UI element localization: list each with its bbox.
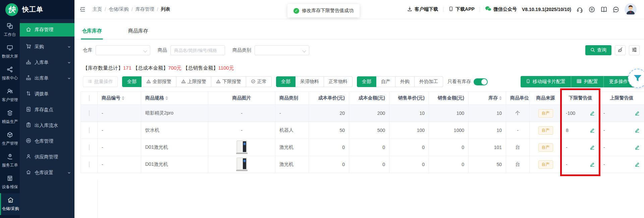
sidebar-item-warehouse-settings[interactable]: 仓库设置 xyxy=(20,165,74,180)
table-row: - D01激光机 激光机 0 0 0 0 101 台 自产 - - xyxy=(81,139,644,156)
row-checkbox[interactable] xyxy=(89,144,90,150)
material-filter-group: 全部 呆滞物料 正常物料 xyxy=(276,76,353,87)
headset-support-icon[interactable] xyxy=(576,6,583,13)
select-all-checkbox[interactable] xyxy=(89,95,90,101)
hand-coin-icon xyxy=(7,153,13,161)
lower-limit-value: 8 xyxy=(566,128,569,133)
filter-settings-button[interactable] xyxy=(629,45,640,55)
source-filter-self[interactable]: 自产 xyxy=(376,76,395,87)
edit-lower-limit-icon[interactable] xyxy=(590,128,595,133)
breadcrumb-home[interactable]: 主页 xyxy=(93,6,102,12)
edit-upper-limit-icon[interactable] xyxy=(635,111,640,116)
batch-operation-button[interactable]: 批量操作 xyxy=(83,76,118,87)
tab-warehouse-stock[interactable]: 仓库库存 xyxy=(81,28,103,39)
lower-limit-value: - xyxy=(566,162,568,167)
category-select[interactable] xyxy=(255,45,309,55)
document-icon xyxy=(26,122,31,129)
sidebar-item-transfer[interactable]: 调拨单 xyxy=(20,86,74,102)
manual-book-icon[interactable] xyxy=(600,6,607,13)
stock-table-wrap: 商品编号 商品规格 商品图片 商品类别 成本单价(元) 成本金额(元) 销售单价… xyxy=(80,91,644,173)
message-icon[interactable] xyxy=(612,6,620,13)
rail-item-lean-production[interactable]: 精益生产 xyxy=(0,106,20,128)
row-checkbox[interactable] xyxy=(89,161,90,167)
upper-limit-value: - xyxy=(603,111,605,116)
alarm-filter-all[interactable]: 全部 xyxy=(122,76,142,87)
source-filter-all[interactable]: 全部 xyxy=(357,76,376,87)
sidebar-item-inbound[interactable]: 入库单 xyxy=(20,55,74,70)
alarm-filter-lower[interactable]: 下限报警 xyxy=(211,76,246,87)
edit-upper-limit-icon[interactable] xyxy=(635,128,640,133)
tab-product-stock[interactable]: 商品库存 xyxy=(127,28,149,39)
mobile-card-config-button[interactable]: 移动端卡片配置 xyxy=(521,76,571,87)
rail-item-workbench[interactable]: 工作台 xyxy=(0,19,20,41)
material-filter-stagnant[interactable]: 呆滞物料 xyxy=(296,76,324,87)
alarm-filter-group: 全部 全部报警 上限报警 下限报警 正常 xyxy=(122,76,272,87)
header-cost-price: 成本单价(元) xyxy=(309,92,349,105)
warehouse-circle-icon xyxy=(26,138,31,144)
product-image xyxy=(212,140,271,155)
rail-item-report-center[interactable]: 报表中心 xyxy=(0,63,20,84)
edit-lower-limit-icon[interactable] xyxy=(590,111,595,116)
sidebar-item-outbound[interactable]: 出库单 xyxy=(20,70,74,86)
warning-icon xyxy=(146,79,151,85)
warning-icon xyxy=(216,79,221,85)
row-checkbox[interactable] xyxy=(89,110,90,116)
lower-limit-value: -100 xyxy=(566,111,575,116)
only-stock-toggle[interactable] xyxy=(474,78,488,85)
clear-filter-button[interactable] xyxy=(615,45,626,55)
sidebar-item-supplier[interactable]: 供应商管理 xyxy=(20,149,74,165)
sidebar-item-stocktake[interactable]: 库存盘点 xyxy=(20,102,74,118)
sidebar-item-warehouse-manage[interactable]: 仓库管理 xyxy=(20,133,74,149)
warehouse-icon xyxy=(7,197,14,204)
rail-item-equipment[interactable]: 设备维保 xyxy=(0,171,20,193)
edit-lower-limit-icon[interactable] xyxy=(590,162,595,167)
home-settings-icon xyxy=(26,169,31,176)
source-filter-outsourced[interactable]: 外购 xyxy=(395,76,415,87)
header-code[interactable]: 商品编号 xyxy=(98,92,141,105)
column-config-button[interactable]: 列配置 xyxy=(571,76,603,87)
cart-icon xyxy=(26,44,31,50)
app-download-link[interactable]: 下载APP xyxy=(448,6,475,13)
source-filter-outwork[interactable]: 外协加工 xyxy=(415,76,443,87)
sidebar-item-purchase[interactable]: 采购 xyxy=(20,39,74,55)
product-search-input[interactable] xyxy=(170,45,225,55)
user-avatar[interactable] xyxy=(625,3,637,15)
sidebar-item-flow[interactable]: 出入库流水 xyxy=(20,118,74,133)
sort-icon[interactable] xyxy=(499,96,502,100)
row-checkbox[interactable] xyxy=(89,127,90,133)
search-button[interactable]: 查询 xyxy=(585,45,611,55)
warehouse-select[interactable] xyxy=(96,45,150,55)
edit-lower-limit-icon[interactable] xyxy=(590,145,595,150)
inbound-icon xyxy=(26,59,31,66)
collapse-sidebar-icon[interactable] xyxy=(79,6,86,13)
sidebar-item-inventory[interactable]: 库存管理 xyxy=(20,23,74,37)
sort-icon[interactable] xyxy=(122,96,124,100)
breadcrumb-level1[interactable]: 仓储/采购 xyxy=(109,6,129,12)
material-filter-normal[interactable]: 正常物料 xyxy=(324,76,353,87)
app-logo-bar: 快 快工单 xyxy=(0,0,74,19)
rail-item-data-screen[interactable]: 数据大屏 xyxy=(0,41,20,63)
rail-item-customer[interactable]: 客户管理 xyxy=(0,84,20,106)
header-spec[interactable]: 商品规格 xyxy=(141,92,208,105)
feedback-icon[interactable] xyxy=(588,6,595,13)
top-bar: 主页 / 仓储/采购 / 库存管理 / 列表 ✓ 修改库存下限警告值成功 客户端… xyxy=(74,0,644,19)
stock-summary: 【库存数量总计】171 【总成本金额】700元 【总销售金额】1100元 xyxy=(74,61,644,72)
client-download-link[interactable]: 客户端下载 xyxy=(407,6,438,13)
alarm-filter-all-alarm[interactable]: 全部报警 xyxy=(142,76,176,87)
check-circle-icon xyxy=(251,79,256,85)
search-icon xyxy=(590,48,595,53)
sort-icon[interactable] xyxy=(165,96,168,100)
rail-item-production[interactable]: 生产管理 xyxy=(0,128,20,150)
edit-upper-limit-icon[interactable] xyxy=(635,162,640,167)
breadcrumb-level2[interactable]: 库存管理 xyxy=(136,6,154,12)
edit-upper-limit-icon[interactable] xyxy=(635,145,640,150)
alarm-filter-upper[interactable]: 上限报警 xyxy=(176,76,211,87)
success-toast: ✓ 修改库存下限警告值成功 xyxy=(287,4,360,17)
rail-item-warehouse-purchase[interactable]: 仓储/采购 xyxy=(0,193,20,215)
table-toolbar: 批量操作 全部 全部报警 上限报警 下限报警 正常 全部 呆滞物料 正常物料 全… xyxy=(74,72,644,91)
wechat-official-link[interactable]: 微信公众号 xyxy=(485,6,517,13)
alarm-filter-normal[interactable]: 正常 xyxy=(246,76,272,87)
material-filter-all[interactable]: 全部 xyxy=(276,76,296,87)
header-stock[interactable]: 库存 xyxy=(469,92,506,105)
rail-item-service-order[interactable]: 服务工单 xyxy=(0,150,20,171)
